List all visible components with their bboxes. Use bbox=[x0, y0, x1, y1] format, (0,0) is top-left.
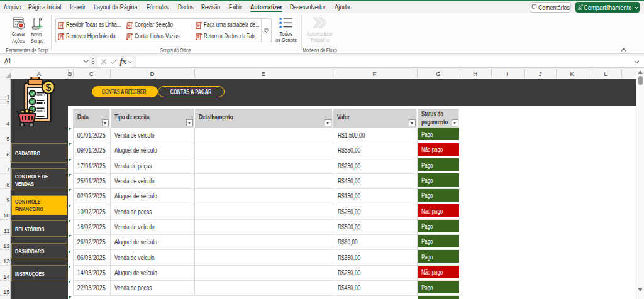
svg-text:$: $ bbox=[46, 82, 52, 93]
